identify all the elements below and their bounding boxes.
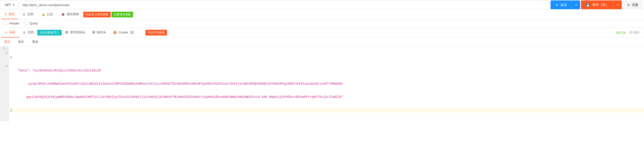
tab-cookie-label: Cookie	[118, 31, 128, 34]
tab-request-label: 请求	[8, 12, 14, 16]
code-continuation: gwLCJpYXQiOjE1NjgwMDk3ODAsImp0aSI6MTIzLC…	[10, 95, 343, 99]
save-button-group: 💾 保存（至）	[581, 0, 622, 9]
checkbox-icon	[24, 22, 28, 25]
code-line: "data": "eyJ0eXAiOiJKV1QiLCJhbGciOiJIUzI…	[10, 68, 101, 73]
status-code: 200 OK	[616, 31, 626, 34]
header-label: Header	[9, 22, 20, 25]
bug-icon: 🐞	[61, 12, 65, 16]
save-button[interactable]: 💾 保存（至）	[581, 0, 614, 9]
pilcrow-icon: ¶	[5, 12, 6, 16]
collapse-params-button[interactable]: 折叠请求参数	[112, 12, 133, 18]
status-time: 36 毫秒	[629, 31, 640, 34]
save-label: 保存（至）	[592, 3, 609, 7]
query-label: Query	[30, 22, 38, 25]
send-dropdown[interactable]	[572, 0, 580, 9]
url-input[interactable]	[19, 0, 550, 9]
tab-testcase-label: 测试用例	[66, 12, 79, 16]
tab-doc[interactable]: 🗎 文档	[19, 10, 37, 19]
cookie-count-badge: 1	[130, 31, 134, 34]
chevron-down-icon	[13, 4, 14, 6]
view-beautify[interactable]: 美化	[0, 38, 14, 46]
header-h-icon: H	[65, 30, 68, 34]
method-selector[interactable]: GET	[1, 0, 18, 9]
chevron-down-icon	[575, 4, 577, 6]
tab-cookie[interactable]: 🍪 Cookie 1	[110, 28, 138, 38]
code-brace: {	[10, 55, 12, 60]
send-button-group: 发送	[550, 0, 580, 9]
line-number: 3	[0, 64, 8, 68]
document-icon: 🗎	[22, 12, 26, 16]
response-status: 200 OK 36 毫秒	[616, 31, 643, 34]
tab-response-header-label: 响应头	[97, 30, 106, 34]
line-number: 2	[0, 51, 8, 55]
quick-import-params-button[interactable]: 快速导入请求参数	[83, 12, 111, 18]
response-editor[interactable]: 1 2 3 { "data": "eyJ0eXAiOiJKV1QiLCJhbGc…	[0, 46, 644, 121]
tab-raw-header[interactable]: H 请求原始头	[62, 28, 88, 38]
header-h-icon: H	[92, 30, 95, 34]
send-label: 发送	[560, 3, 567, 7]
tab-request[interactable]: ¶ 请求	[1, 10, 18, 19]
send-button[interactable]: 发送	[550, 0, 572, 9]
editor-gutter: 1 2 3	[0, 46, 9, 121]
send-icon	[556, 3, 558, 7]
cookie-icon: 🍪	[113, 31, 117, 34]
code-icon: ‹/›	[5, 31, 8, 34]
chevron-down-icon	[617, 4, 619, 6]
view-raw[interactable]: 原生	[14, 38, 28, 46]
save-dropdown[interactable]	[614, 0, 622, 9]
bind-env-button[interactable]: 绑定环境变量	[146, 30, 167, 36]
checkbox-icon	[4, 22, 8, 25]
tab-doc-label: 文档	[27, 12, 34, 16]
tab-response-doc-label: 文档	[28, 30, 34, 34]
save-icon: 💾	[586, 3, 590, 7]
query-checkbox[interactable]: Query	[24, 22, 38, 25]
method-label: GET	[5, 3, 11, 6]
tab-auth[interactable]: 🔒 认证	[38, 10, 57, 19]
code-continuation: .eyJpc3MiOiJodHRwOlwvXC9leGFtcGxlLm9yZyI…	[10, 82, 343, 86]
header-checkbox[interactable]: Header	[4, 22, 20, 25]
tab-auth-label: 认证	[47, 12, 53, 16]
tab-response-label: 响应	[10, 30, 16, 34]
clone-label: 克隆	[632, 3, 638, 7]
tab-testcase[interactable]: 🐞 测试用例	[58, 10, 82, 19]
clone-icon: ⎘	[628, 3, 630, 7]
code-brace: }	[10, 108, 12, 112]
lock-icon: 🔒	[42, 12, 45, 16]
tab-response-header[interactable]: H 响应头	[89, 28, 110, 38]
import-from-response-button[interactable]: 从响应数据导入	[37, 30, 62, 36]
document-icon: 🗎	[23, 31, 26, 34]
tab-raw-header-label: 请求原始头	[70, 30, 85, 34]
tab-response[interactable]: ‹/› 响应	[1, 28, 19, 38]
view-preview[interactable]: 预览	[28, 38, 42, 46]
editor-body[interactable]: { "data": "eyJ0eXAiOiJKV1QiLCJhbGciOiJIU…	[9, 46, 644, 121]
line-number: 1	[0, 46, 8, 51]
tab-response-doc[interactable]: 🗎 文档	[19, 28, 37, 38]
clone-button[interactable]: ⎘ 克隆	[622, 0, 643, 9]
